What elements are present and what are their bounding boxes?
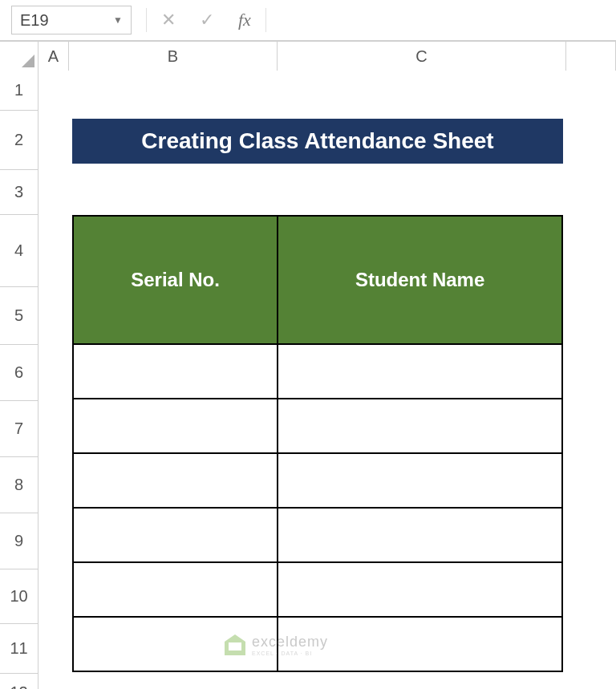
row-header-7[interactable]: 7	[0, 401, 38, 457]
column-header-b[interactable]: B	[69, 42, 278, 71]
chevron-down-icon[interactable]: ▼	[113, 14, 123, 26]
row-header-11[interactable]: 11	[0, 624, 38, 674]
formula-bar: E19 ▼ ✕ ✓ fx	[0, 0, 616, 42]
table-row	[73, 508, 562, 562]
spreadsheet-grid: A B C 1 2 3 4 5 6 7 8 9 10 11 12 Creatin…	[0, 42, 616, 689]
cell-name[interactable]	[278, 399, 562, 453]
divider	[146, 8, 147, 32]
cell-name[interactable]	[278, 453, 562, 508]
cell-reference: E19	[20, 11, 49, 30]
column-header-c[interactable]: C	[278, 42, 566, 71]
cell-serial[interactable]	[73, 344, 278, 399]
enter-icon[interactable]: ✓	[200, 10, 214, 30]
row-header-6[interactable]: 6	[0, 345, 38, 401]
row-header-3[interactable]: 3	[0, 170, 38, 215]
watermark-main: exceldemy	[252, 634, 328, 650]
cell-name[interactable]	[278, 508, 562, 562]
table-row	[73, 453, 562, 508]
cell-name[interactable]	[278, 562, 562, 617]
cell-serial[interactable]	[73, 562, 278, 617]
select-all-triangle[interactable]	[0, 42, 38, 71]
column-header-rest[interactable]	[566, 42, 616, 71]
watermark-sub: EXCEL · DATA · BI	[252, 650, 328, 656]
row-header-8[interactable]: 8	[0, 457, 38, 513]
table-row	[73, 562, 562, 617]
exceldemy-logo-icon	[225, 634, 245, 655]
fx-icon[interactable]: fx	[238, 10, 251, 30]
row-header-5[interactable]: 5	[0, 287, 38, 345]
table-row	[73, 399, 562, 453]
row-header-9[interactable]: 9	[0, 513, 38, 569]
watermark-text: exceldemy EXCEL · DATA · BI	[252, 634, 328, 656]
attendance-table: Serial No. Student Name	[72, 215, 563, 672]
row-header-1[interactable]: 1	[0, 71, 38, 111]
grid-body: 1 2 3 4 5 6 7 8 9 10 11 12 Creating Clas…	[0, 71, 616, 689]
cell-serial[interactable]	[73, 399, 278, 453]
sheet-cells[interactable]: Creating Class Attendance Sheet Serial N…	[38, 71, 616, 689]
watermark: exceldemy EXCEL · DATA · BI	[225, 634, 328, 656]
row-headers: 1 2 3 4 5 6 7 8 9 10 11 12	[0, 71, 38, 689]
cancel-icon[interactable]: ✕	[161, 10, 176, 30]
column-headers: A B C	[0, 42, 616, 71]
row-header-4[interactable]: 4	[0, 215, 38, 287]
formula-bar-icons: ✕ ✓ fx	[161, 10, 251, 30]
formula-input[interactable]	[281, 6, 605, 34]
name-box[interactable]: E19 ▼	[11, 6, 132, 34]
column-header-a[interactable]: A	[38, 42, 69, 71]
cell-name[interactable]	[278, 344, 562, 399]
row-header-10[interactable]: 10	[0, 569, 38, 624]
table-header-row: Serial No. Student Name	[73, 216, 562, 344]
header-serial[interactable]: Serial No.	[73, 216, 278, 344]
divider	[265, 8, 266, 32]
row-header-12[interactable]: 12	[0, 674, 38, 689]
sheet-title-cell[interactable]: Creating Class Attendance Sheet	[72, 119, 563, 164]
table-row	[73, 344, 562, 399]
cell-serial[interactable]	[73, 508, 278, 562]
header-student-name[interactable]: Student Name	[278, 216, 562, 344]
row-header-2[interactable]: 2	[0, 111, 38, 170]
cell-serial[interactable]	[73, 453, 278, 508]
